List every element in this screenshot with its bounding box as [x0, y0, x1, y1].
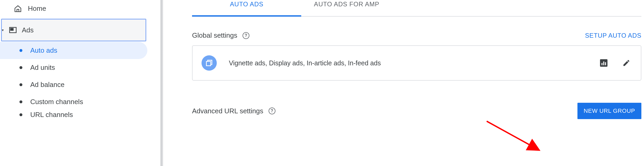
- tabs: AUTO ADS AUTO ADS FOR AMP: [192, 0, 641, 17]
- nav-sub-label: URL channels: [30, 111, 73, 119]
- bullet-icon: [19, 100, 22, 103]
- main-content: AUTO ADS AUTO ADS FOR AMP Global setting…: [163, 0, 644, 166]
- global-settings-title-wrap: Global settings ?: [192, 31, 249, 40]
- nav-sub-ad-balance[interactable]: Ad balance: [0, 76, 147, 93]
- vertical-divider: [160, 0, 163, 166]
- edit-button[interactable]: [621, 57, 632, 69]
- global-settings-header: Global settings ? SETUP AUTO ADS: [192, 31, 641, 40]
- bullet-icon: [19, 49, 22, 52]
- svg-rect-1: [11, 28, 13, 31]
- section-title: Global settings: [192, 31, 237, 40]
- nav-sub-ad-units[interactable]: Ad units: [0, 59, 147, 76]
- annotation-arrow: [484, 119, 552, 161]
- nav-sub-label: Ad units: [30, 64, 55, 72]
- tab-auto-ads-amp[interactable]: AUTO ADS FOR AMP: [301, 1, 392, 17]
- nav-home-label: Home: [28, 4, 46, 13]
- bullet-icon: [19, 83, 22, 86]
- nav-sub-label: Custom channels: [30, 98, 83, 106]
- sidebar: Home ▾ Ads Auto ads Ad units Ad balance: [0, 0, 147, 166]
- layers-icon: [202, 55, 217, 71]
- nav-sub-label: Ad balance: [30, 81, 64, 89]
- home-icon: [13, 5, 23, 13]
- tab-auto-ads[interactable]: AUTO ADS: [192, 1, 301, 17]
- svg-rect-4: [602, 63, 603, 65]
- stats-button[interactable]: [598, 57, 609, 69]
- svg-rect-5: [603, 61, 604, 65]
- nav-ads[interactable]: ▾ Ads: [1, 19, 146, 41]
- new-url-group-button[interactable]: NEW URL GROUP: [577, 103, 641, 119]
- card-description: Vignette ads, Display ads, In-article ad…: [229, 59, 587, 67]
- bullet-icon: [19, 66, 22, 69]
- svg-line-7: [487, 121, 539, 150]
- advanced-url-title-wrap: Advanced URL settings ?: [192, 107, 275, 115]
- global-settings-card: Vignette ads, Display ads, In-article ad…: [192, 45, 641, 81]
- help-icon[interactable]: ?: [269, 108, 275, 114]
- bullet-icon: [19, 113, 22, 116]
- help-icon[interactable]: ?: [243, 32, 249, 39]
- advanced-url-header: Advanced URL settings ? NEW URL GROUP: [192, 103, 641, 119]
- svg-rect-6: [605, 62, 606, 65]
- nav-sub-auto-ads[interactable]: Auto ads: [0, 42, 147, 59]
- nav-home[interactable]: Home: [0, 0, 147, 17]
- tab-label: AUTO ADS: [230, 1, 263, 8]
- nav-sub-url-channels[interactable]: URL channels: [0, 110, 147, 119]
- nav-sub-label: Auto ads: [30, 46, 57, 55]
- section-title: Advanced URL settings: [192, 107, 263, 115]
- svg-rect-2: [207, 61, 211, 66]
- ads-icon: [8, 26, 18, 34]
- tab-label: AUTO ADS FOR AMP: [314, 1, 379, 8]
- setup-auto-ads-link[interactable]: SETUP AUTO ADS: [585, 32, 641, 39]
- nav-sub-custom-channels[interactable]: Custom channels: [0, 93, 147, 110]
- nav-ads-label: Ads: [22, 26, 34, 34]
- chevron-down-icon: ▾: [2, 28, 7, 32]
